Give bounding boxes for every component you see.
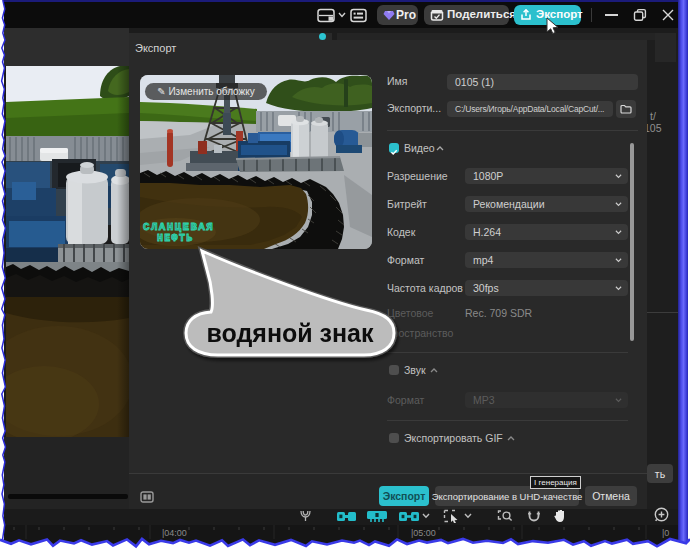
svg-text:СЛАНЦЕВАЯ: СЛАНЦЕВАЯ: [143, 221, 214, 233]
svg-text:водяной знак: водяной знак: [206, 319, 374, 347]
